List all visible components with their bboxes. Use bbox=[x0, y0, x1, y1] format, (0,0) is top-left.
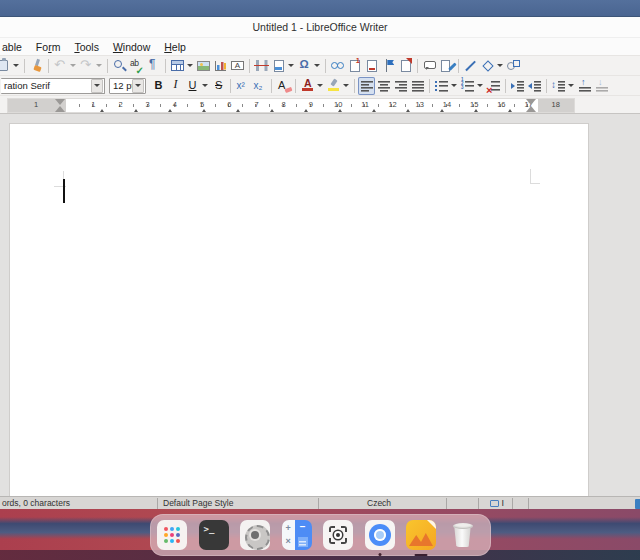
image-viewer-dock-item[interactable] bbox=[406, 520, 436, 550]
trash-dock-item[interactable] bbox=[448, 520, 478, 550]
decrease-indent-button[interactable] bbox=[526, 77, 543, 95]
insert-footnote-button[interactable] bbox=[346, 57, 363, 75]
page-view-icon[interactable] bbox=[635, 499, 640, 509]
undo-dropdown-icon[interactable] bbox=[70, 64, 76, 67]
terminal-icon[interactable] bbox=[199, 520, 229, 550]
image-viewer-icon[interactable] bbox=[406, 520, 436, 550]
align-center-button[interactable] bbox=[375, 77, 392, 95]
statusbar-separator bbox=[157, 498, 158, 509]
menu-form[interactable]: Form bbox=[29, 41, 68, 53]
font-size-combobox[interactable]: 12 pt bbox=[109, 78, 146, 94]
menu-tools[interactable]: Tools bbox=[67, 41, 106, 53]
insert-table-dropdown-icon[interactable] bbox=[187, 64, 193, 67]
word-count[interactable]: ords, 0 characters bbox=[2, 498, 70, 509]
formatting-marks-button[interactable] bbox=[145, 57, 162, 75]
paste-dropdown-icon[interactable] bbox=[13, 64, 19, 67]
basic-shapes-dropdown-icon[interactable] bbox=[497, 64, 503, 67]
align-left-icon bbox=[359, 78, 374, 93]
screenshot-tool-icon[interactable] bbox=[323, 520, 353, 550]
highlighting-color-dropdown-icon[interactable] bbox=[343, 84, 349, 87]
subscript-button[interactable] bbox=[251, 77, 268, 95]
underline-button[interactable] bbox=[184, 77, 210, 95]
track-changes-button[interactable] bbox=[438, 57, 455, 75]
align-left-button[interactable] bbox=[358, 77, 375, 95]
highlighting-color-button[interactable] bbox=[325, 77, 351, 95]
menu-window[interactable]: Window bbox=[106, 41, 157, 53]
clear-formatting-button[interactable] bbox=[275, 77, 292, 95]
show-draw-functions-button[interactable] bbox=[505, 57, 522, 75]
font-size-dropdown-icon[interactable] bbox=[132, 79, 144, 93]
unordered-list-button[interactable] bbox=[433, 77, 459, 95]
basic-shapes-button[interactable] bbox=[479, 57, 505, 75]
title-bar[interactable]: Untitled 1 - LibreOffice Writer bbox=[0, 17, 640, 38]
insert-endnote-button[interactable] bbox=[363, 57, 380, 75]
text-boundary-mark-right-vertical bbox=[530, 169, 531, 184]
insert-bookmark-button[interactable] bbox=[380, 57, 397, 75]
line-spacing-dropdown-icon[interactable] bbox=[568, 84, 574, 87]
strikethrough-button[interactable] bbox=[210, 77, 227, 95]
find-and-replace-button[interactable] bbox=[111, 57, 128, 75]
insert-special-character-button[interactable] bbox=[296, 57, 322, 75]
insert-page-break-button[interactable] bbox=[253, 57, 270, 75]
chromium-browser-dock-item[interactable] bbox=[365, 520, 395, 550]
left-indent-marker-bottom[interactable] bbox=[55, 106, 65, 112]
insert-chart-button[interactable] bbox=[212, 57, 229, 75]
bold-button[interactable] bbox=[150, 77, 167, 95]
page-style[interactable]: Default Page Style bbox=[163, 498, 233, 509]
menu-help[interactable]: Help bbox=[157, 41, 193, 53]
right-indent-marker-bottom[interactable] bbox=[526, 106, 536, 112]
app-grid-dock-item[interactable] bbox=[157, 520, 187, 550]
document-workspace[interactable] bbox=[0, 113, 640, 496]
font-name-combobox[interactable]: ration Serif bbox=[1, 78, 105, 94]
insert-image-button[interactable] bbox=[195, 57, 212, 75]
insert-line-button[interactable] bbox=[462, 57, 479, 75]
terminal-dock-item[interactable] bbox=[199, 520, 229, 550]
insert-text-box-button[interactable] bbox=[229, 57, 246, 75]
spelling-button[interactable] bbox=[128, 57, 145, 75]
insert-special-character-dropdown-icon[interactable] bbox=[314, 64, 320, 67]
insert-field-dropdown-icon[interactable] bbox=[288, 64, 294, 67]
increase-paragraph-spacing-button[interactable] bbox=[576, 77, 593, 95]
font-name-dropdown-icon[interactable] bbox=[91, 79, 103, 93]
clone-formatting-button[interactable] bbox=[28, 57, 45, 75]
font-color-button[interactable] bbox=[299, 77, 325, 95]
insert-cross-reference-button[interactable] bbox=[397, 57, 414, 75]
italic-button[interactable] bbox=[167, 77, 184, 95]
right-indent-marker-top[interactable] bbox=[526, 99, 536, 105]
horizontal-ruler[interactable]: 1123456789101112131415161718 bbox=[8, 99, 574, 112]
chromium-browser-icon[interactable] bbox=[365, 520, 395, 550]
left-indent-marker-top[interactable] bbox=[55, 99, 65, 105]
line-spacing-button[interactable] bbox=[550, 77, 576, 95]
redo-button[interactable] bbox=[78, 57, 104, 75]
align-right-button[interactable] bbox=[392, 77, 409, 95]
insert-comment-button[interactable] bbox=[421, 57, 438, 75]
underline-dropdown-icon[interactable] bbox=[202, 84, 208, 87]
paste-button[interactable] bbox=[0, 57, 21, 75]
settings-dock-item[interactable] bbox=[240, 520, 270, 550]
calculator-dock-item[interactable] bbox=[282, 520, 312, 550]
image-viewer-running-indicator bbox=[415, 554, 428, 557]
no-list-button[interactable] bbox=[485, 77, 502, 95]
settings-icon[interactable] bbox=[240, 520, 270, 550]
justify-button[interactable] bbox=[409, 77, 426, 95]
selection-mode-icon[interactable] bbox=[490, 500, 499, 507]
increase-indent-button[interactable] bbox=[509, 77, 526, 95]
screenshot-tool-dock-item[interactable] bbox=[323, 520, 353, 550]
insert-table-button[interactable] bbox=[169, 57, 195, 75]
unordered-list-dropdown-icon[interactable] bbox=[451, 84, 457, 87]
ordered-list-dropdown-icon[interactable] bbox=[477, 84, 483, 87]
redo-dropdown-icon[interactable] bbox=[96, 64, 102, 67]
superscript-button[interactable] bbox=[234, 77, 251, 95]
document-page[interactable] bbox=[10, 124, 588, 496]
app-grid-icon[interactable] bbox=[157, 520, 187, 550]
undo-button[interactable] bbox=[52, 57, 78, 75]
insert-hyperlink-button[interactable] bbox=[329, 57, 346, 75]
insert-field-button[interactable] bbox=[270, 57, 296, 75]
calculator-icon[interactable] bbox=[282, 520, 312, 550]
menu-able[interactable]: able bbox=[0, 41, 29, 53]
trash-icon[interactable] bbox=[448, 520, 478, 550]
ordered-list-button[interactable] bbox=[459, 77, 485, 95]
decrease-paragraph-spacing-button[interactable] bbox=[593, 77, 610, 95]
font-color-dropdown-icon[interactable] bbox=[317, 84, 323, 87]
text-language[interactable]: Czech bbox=[367, 498, 391, 509]
